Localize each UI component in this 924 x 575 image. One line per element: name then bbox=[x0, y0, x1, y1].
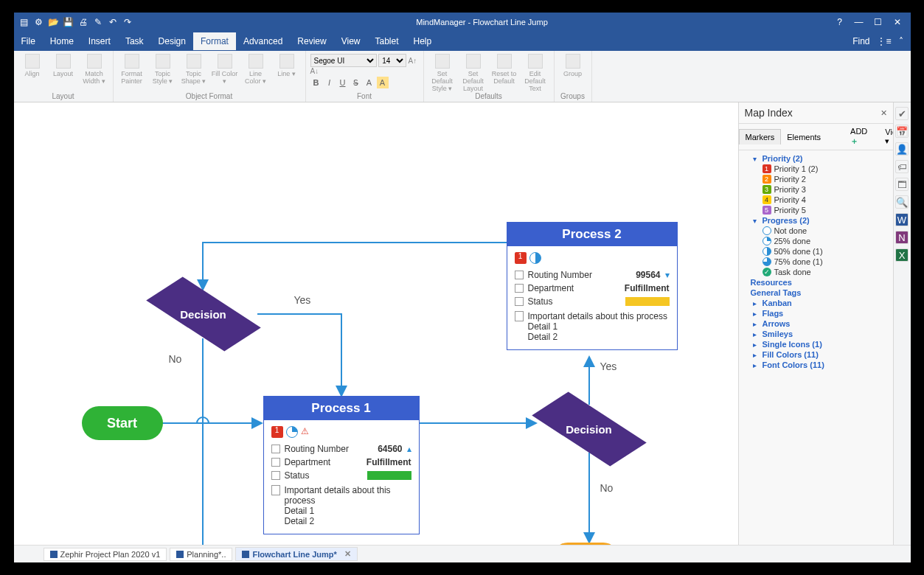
rail-word-icon[interactable]: W bbox=[895, 213, 909, 226]
process-2-node[interactable]: Process 2 1 Routing Number99564▾ Departm… bbox=[507, 222, 678, 350]
tree-priority-3[interactable]: 3Priority 3 bbox=[742, 184, 890, 195]
object-format-group-label: Object Format bbox=[118, 92, 301, 100]
doc-tab-2[interactable]: Planning*.. bbox=[170, 548, 232, 561]
tree-priority-5[interactable]: 5Priority 5 bbox=[742, 205, 890, 215]
marker-tree[interactable]: ▾Priority (2) 1Priority 1 (2) 2Priority … bbox=[739, 150, 893, 373]
end-node[interactable]: End bbox=[552, 543, 619, 545]
rail-onenote-icon[interactable]: N bbox=[895, 231, 909, 244]
tree-smileys[interactable]: ▸Smileys bbox=[742, 329, 890, 339]
match-width-button[interactable]: Match Width ▾ bbox=[80, 54, 108, 85]
tree-flags[interactable]: ▸Flags bbox=[742, 308, 890, 318]
qat-settings-icon[interactable]: ⚙ bbox=[33, 16, 45, 28]
tab-markers[interactable]: Markers bbox=[739, 129, 782, 144]
decision-2-node[interactable]: Decision bbox=[534, 403, 645, 455]
menu-task[interactable]: Task bbox=[118, 32, 151, 50]
group-button[interactable]: Group bbox=[559, 54, 587, 77]
help-icon[interactable]: ? bbox=[834, 16, 846, 28]
tree-priority-head[interactable]: ▾Priority (2) bbox=[742, 153, 890, 164]
menu-bar: File Home Insert Task Design Format Adva… bbox=[14, 32, 911, 51]
doc-tab-3[interactable]: Flowchart Line Jump*✕ bbox=[235, 547, 357, 561]
topic-shape-button[interactable]: Topic Shape ▾ bbox=[180, 54, 208, 85]
menu-format[interactable]: Format bbox=[193, 32, 236, 50]
menu-home[interactable]: Home bbox=[43, 32, 81, 50]
find-link[interactable]: Find bbox=[852, 36, 869, 46]
line-color-button[interactable]: Line Color ▾ bbox=[242, 54, 270, 85]
tree-prog-25[interactable]: 25% done bbox=[742, 236, 890, 246]
rail-calendar-icon[interactable]: 📅 bbox=[895, 125, 909, 138]
menu-view[interactable]: View bbox=[334, 32, 368, 50]
fill-color-button[interactable]: Fill Color ▾ bbox=[211, 54, 239, 85]
italic-button[interactable]: I bbox=[324, 77, 336, 88]
panel-close-icon[interactable]: ✕ bbox=[880, 108, 887, 118]
rail-excel-icon[interactable]: X bbox=[895, 248, 909, 262]
tree-priority-4[interactable]: 4Priority 4 bbox=[742, 195, 890, 205]
qat-print-icon[interactable]: 🖨 bbox=[77, 16, 89, 28]
rail-mytasks-icon[interactable]: ✔ bbox=[895, 107, 909, 120]
menu-tablet[interactable]: Tablet bbox=[367, 32, 406, 50]
font-color-button[interactable]: A bbox=[364, 77, 375, 88]
ribbon-options-icon[interactable]: ⋮≡ bbox=[877, 36, 891, 46]
topic-style-button[interactable]: Topic Style ▾ bbox=[149, 54, 177, 85]
layout-group-label: Layout bbox=[18, 92, 108, 100]
tree-general-tags[interactable]: General Tags bbox=[742, 288, 890, 298]
flowchart-canvas[interactable]: Start Decision Yes No Process 1 1 ⚠ Rout… bbox=[14, 102, 738, 545]
rail-tags-icon[interactable]: 🏷 bbox=[895, 160, 909, 173]
start-node[interactable]: Start bbox=[82, 406, 163, 440]
qat-undo-icon[interactable]: ↶ bbox=[107, 16, 119, 28]
app-icon[interactable]: ▤ bbox=[18, 16, 30, 28]
edit-default-text-button[interactable]: Edit Default Text bbox=[521, 54, 549, 92]
decision-1-node[interactable]: Decision bbox=[148, 288, 259, 340]
maximize-icon[interactable]: ☐ bbox=[872, 16, 884, 28]
menu-advanced[interactable]: Advanced bbox=[236, 32, 290, 50]
qat-open-icon[interactable]: 📂 bbox=[48, 16, 60, 28]
font-size-select[interactable]: 14 bbox=[378, 54, 406, 67]
tree-prog-0[interactable]: Not done bbox=[742, 226, 890, 236]
rail-contacts-icon[interactable]: 👤 bbox=[895, 142, 909, 156]
layout-button[interactable]: Layout bbox=[49, 54, 77, 85]
tree-arrows[interactable]: ▸Arrows bbox=[742, 318, 890, 329]
tree-fill-colors[interactable]: ▸Fill Colors (11) bbox=[742, 349, 890, 360]
format-painter-button[interactable]: Format Painter bbox=[118, 54, 146, 85]
doc-tab-1[interactable]: Zephir Project Plan 2020 v1 bbox=[44, 548, 167, 561]
yes-label-2: Yes bbox=[600, 360, 617, 372]
alert-icon: ⚠ bbox=[301, 426, 313, 438]
tree-prog-75[interactable]: 75% done (1) bbox=[742, 257, 890, 267]
qat-redo-icon[interactable]: ↷ bbox=[122, 16, 133, 28]
bold-button[interactable]: B bbox=[310, 77, 322, 88]
tree-prog-50[interactable]: 50% done (1) bbox=[742, 246, 890, 257]
tree-font-colors[interactable]: ▸Font Colors (11) bbox=[742, 360, 890, 370]
tab-close-icon[interactable]: ✕ bbox=[344, 549, 351, 559]
menu-help[interactable]: Help bbox=[406, 32, 440, 50]
process-1-node[interactable]: Process 1 1 ⚠ Routing Number64560▴ Depar… bbox=[263, 396, 420, 534]
tree-priority-1[interactable]: 1Priority 1 (2) bbox=[742, 164, 890, 174]
add-marker-button[interactable]: ADD ＋ bbox=[838, 124, 879, 150]
underline-button[interactable]: U bbox=[337, 77, 349, 88]
rail-browser-icon[interactable]: 🗔 bbox=[895, 178, 909, 191]
strike-button[interactable]: S̶ bbox=[350, 77, 362, 88]
close-icon[interactable]: ✕ bbox=[892, 16, 903, 28]
menu-file[interactable]: File bbox=[14, 32, 43, 50]
font-name-select[interactable]: Segoe UI bbox=[310, 54, 377, 67]
tree-single-icons[interactable]: ▸Single Icons (1) bbox=[742, 339, 890, 349]
minimize-icon[interactable]: — bbox=[853, 16, 865, 28]
menu-insert[interactable]: Insert bbox=[81, 32, 118, 50]
tree-resources[interactable]: Resources bbox=[742, 277, 890, 288]
tree-progress-head[interactable]: ▾Progress (2) bbox=[742, 215, 890, 226]
tab-elements[interactable]: Elements bbox=[781, 130, 827, 144]
qat-save-icon[interactable]: 💾 bbox=[63, 16, 74, 28]
line-button[interactable]: Line ▾ bbox=[273, 54, 301, 85]
highlight-button[interactable]: A bbox=[377, 77, 389, 88]
set-default-layout-button[interactable]: Set Default Layout bbox=[459, 54, 487, 92]
align-button[interactable]: Align bbox=[18, 54, 46, 85]
tree-kanban[interactable]: ▸Kanban bbox=[742, 298, 890, 308]
rail-search-icon[interactable]: 🔍 bbox=[895, 195, 909, 209]
tree-priority-2[interactable]: 2Priority 2 bbox=[742, 174, 890, 184]
collapse-ribbon-icon[interactable]: ˄ bbox=[899, 36, 903, 46]
set-default-style-button[interactable]: Set Default Style ▾ bbox=[428, 54, 456, 92]
tree-prog-done[interactable]: ✓Task done bbox=[742, 267, 890, 277]
menu-review[interactable]: Review bbox=[290, 32, 333, 50]
qat-curve-icon[interactable]: ✎ bbox=[92, 16, 104, 28]
menu-design[interactable]: Design bbox=[151, 32, 193, 50]
status-bar-yellow bbox=[625, 297, 670, 306]
reset-default-button[interactable]: Reset to Default bbox=[490, 54, 518, 92]
